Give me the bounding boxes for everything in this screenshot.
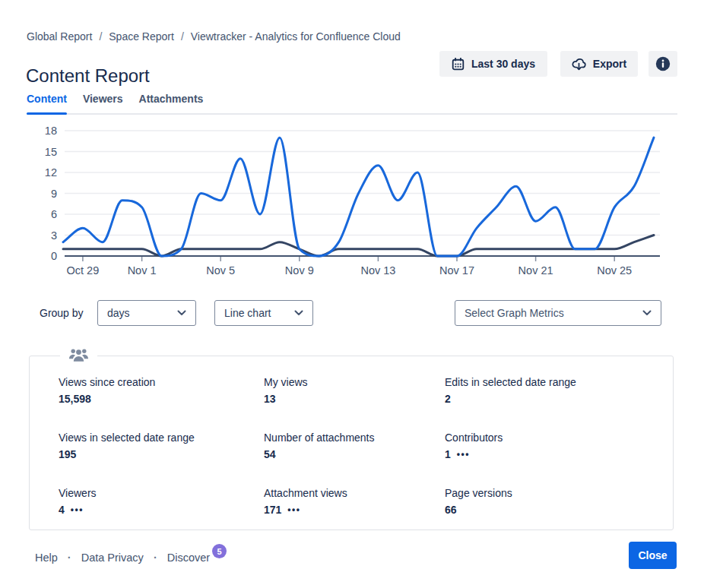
footer-separator: · bbox=[68, 552, 71, 564]
stat-value: 195 bbox=[59, 448, 76, 460]
chevron-down-icon bbox=[177, 310, 186, 316]
export-cloud-icon bbox=[572, 58, 586, 71]
calendar-icon bbox=[452, 58, 465, 71]
users-icon bbox=[60, 346, 97, 363]
active-tab-underline bbox=[27, 112, 67, 115]
breadcrumb-separator: / bbox=[181, 30, 184, 43]
svg-text:0: 0 bbox=[51, 250, 57, 262]
chevron-down-icon bbox=[642, 310, 652, 316]
info-icon bbox=[655, 55, 671, 72]
stat-value: 13 bbox=[264, 393, 276, 405]
stat-value: 54 bbox=[264, 448, 276, 460]
chart-type-value: Line chart bbox=[224, 307, 271, 319]
stat-label: Page versions bbox=[445, 487, 673, 499]
svg-text:Nov 9: Nov 9 bbox=[285, 264, 314, 277]
stat-number-of-attachments: Number of attachments 54 bbox=[264, 432, 445, 487]
discover-notification-badge: 5 bbox=[212, 544, 227, 558]
stat-value: 171 bbox=[264, 504, 281, 516]
views-chart: 0369121518Oct 29Nov 1Nov 5Nov 9Nov 13Nov… bbox=[0, 118, 704, 283]
help-link[interactable]: Help bbox=[35, 552, 58, 564]
stats-grid: Views since creation 15,598 My views 13 … bbox=[30, 356, 673, 542]
more-button[interactable]: ••• bbox=[457, 450, 470, 459]
stat-label: Views since creation bbox=[59, 376, 264, 388]
more-button[interactable]: ••• bbox=[287, 505, 300, 514]
stat-views-since-creation: Views since creation 15,598 bbox=[59, 376, 264, 432]
tab-bar: Content Viewers Attachments bbox=[27, 93, 203, 112]
chevron-down-icon bbox=[294, 310, 303, 316]
svg-text:Nov 17: Nov 17 bbox=[439, 264, 474, 277]
svg-text:15: 15 bbox=[45, 146, 57, 158]
stat-value: 66 bbox=[445, 504, 457, 516]
breadcrumb: Global Report / Space Report / Viewtrack… bbox=[27, 30, 401, 43]
stat-edits-in-range: Edits in selected date range 2 bbox=[445, 376, 673, 432]
svg-text:Nov 13: Nov 13 bbox=[360, 264, 395, 277]
close-button[interactable]: Close bbox=[629, 542, 677, 569]
stat-label: Number of attachments bbox=[264, 432, 445, 444]
stat-my-views: My views 13 bbox=[264, 376, 445, 432]
svg-text:6: 6 bbox=[51, 208, 57, 220]
stat-value: 1 bbox=[445, 448, 451, 460]
date-range-label: Last 30 days bbox=[471, 58, 535, 70]
graph-metrics-select[interactable]: Select Graph Metrics bbox=[455, 300, 661, 326]
breadcrumb-global-report[interactable]: Global Report bbox=[27, 30, 92, 43]
stat-views-in-range: Views in selected date range 195 bbox=[59, 432, 264, 487]
breadcrumb-space-report[interactable]: Space Report bbox=[109, 30, 174, 43]
page-title: Content Report bbox=[26, 65, 150, 87]
footer-separator: · bbox=[154, 552, 157, 564]
svg-text:Nov 21: Nov 21 bbox=[518, 264, 553, 277]
group-by-select[interactable]: days bbox=[97, 300, 196, 326]
breadcrumb-current-page[interactable]: Viewtracker - Analytics for Confluence C… bbox=[191, 30, 401, 43]
tab-attachments[interactable]: Attachments bbox=[139, 93, 204, 112]
stat-value: 15,598 bbox=[59, 393, 91, 405]
stat-label: Edits in selected date range bbox=[445, 376, 673, 388]
content-report-page: Global Report / Space Report / Viewtrack… bbox=[0, 0, 704, 588]
stat-value: 4 bbox=[59, 504, 65, 516]
stat-contributors: Contributors 1••• bbox=[445, 432, 673, 487]
export-label: Export bbox=[593, 58, 626, 70]
tab-viewers[interactable]: Viewers bbox=[83, 93, 123, 112]
stat-label: Views in selected date range bbox=[59, 432, 264, 444]
group-by-label: Group by bbox=[40, 300, 84, 326]
date-range-button[interactable]: Last 30 days bbox=[439, 51, 547, 77]
svg-text:3: 3 bbox=[51, 229, 57, 242]
stat-page-versions: Page versions 66 bbox=[445, 487, 673, 542]
stat-label: Attachment views bbox=[264, 487, 445, 499]
stat-label: My views bbox=[264, 376, 445, 388]
group-by-value: days bbox=[107, 307, 130, 319]
discover-link[interactable]: Discover bbox=[167, 552, 210, 564]
footer-links: Help · Data Privacy · Discover 5 bbox=[35, 550, 227, 564]
more-button[interactable]: ••• bbox=[71, 505, 84, 514]
svg-text:Nov 5: Nov 5 bbox=[206, 264, 235, 277]
tabs-divider bbox=[27, 113, 677, 115]
data-privacy-link[interactable]: Data Privacy bbox=[81, 552, 144, 564]
svg-text:18: 18 bbox=[45, 125, 57, 137]
stat-attachment-views: Attachment views 171••• bbox=[264, 487, 445, 542]
stats-card: Views since creation 15,598 My views 13 … bbox=[29, 356, 674, 530]
stat-viewers: Viewers 4••• bbox=[59, 487, 264, 542]
breadcrumb-separator: / bbox=[99, 30, 102, 43]
chart-type-select[interactable]: Line chart bbox=[214, 300, 313, 326]
svg-text:Oct 29: Oct 29 bbox=[67, 264, 100, 277]
svg-text:12: 12 bbox=[45, 166, 57, 179]
export-button[interactable]: Export bbox=[560, 51, 638, 77]
graph-metrics-placeholder: Select Graph Metrics bbox=[465, 307, 564, 319]
svg-text:9: 9 bbox=[51, 188, 57, 200]
stat-label: Contributors bbox=[445, 432, 673, 444]
stat-value: 2 bbox=[445, 393, 451, 405]
info-button[interactable] bbox=[649, 51, 677, 77]
svg-text:Nov 1: Nov 1 bbox=[128, 264, 157, 277]
tab-content[interactable]: Content bbox=[27, 93, 67, 112]
svg-text:Nov 25: Nov 25 bbox=[597, 264, 632, 277]
stat-label: Viewers bbox=[59, 487, 264, 499]
